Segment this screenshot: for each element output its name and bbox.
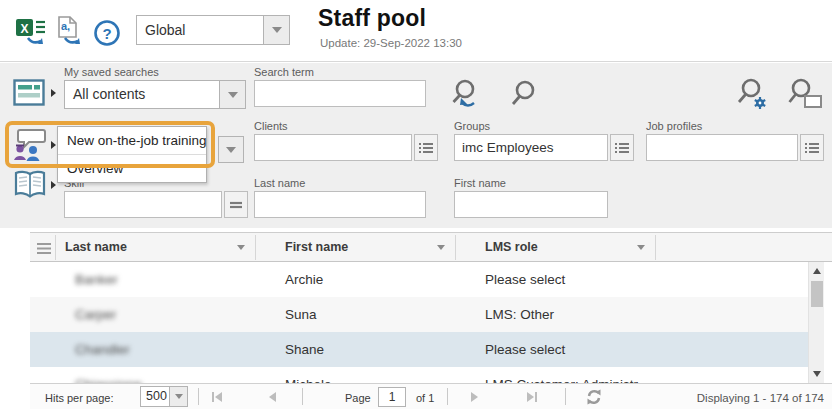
on-the-job-training-expand-arrow[interactable] [51, 141, 56, 149]
next-page-icon[interactable] [468, 390, 482, 408]
menu-item-overview[interactable]: Overview [58, 155, 206, 182]
page-title: Staff pool [318, 5, 426, 32]
cell-first-name: Suna [285, 297, 317, 332]
search-term-label: Search term [254, 66, 314, 78]
refresh-icon[interactable] [585, 388, 603, 409]
saved-searches-dropdown[interactable]: All contents [64, 80, 246, 109]
cell-last-name: Banker [75, 262, 118, 297]
svg-text:X: X [20, 22, 28, 36]
on-the-job-training-icon[interactable] [11, 127, 47, 167]
displaying-count: Displaying 1 - 174 of 174 [697, 392, 824, 404]
table-row-selected[interactable]: Chandler Shane Please select [30, 332, 808, 367]
column-header-lms-role[interactable]: LMS role [485, 233, 538, 261]
excel-export-icon[interactable]: X [15, 17, 51, 52]
vertical-scrollbar[interactable] [808, 262, 824, 383]
hits-per-page-arrow[interactable] [169, 387, 187, 406]
scroll-down-arrow-icon[interactable] [813, 371, 821, 377]
cell-last-name: Chandler [75, 332, 130, 367]
hits-per-page-dropdown[interactable]: 500 [140, 386, 188, 407]
job-profiles-input[interactable] [646, 134, 798, 161]
groups-input[interactable] [454, 134, 608, 161]
column-lms-role-sort-arrow[interactable] [637, 245, 645, 250]
table-header: Last name First name LMS role [30, 232, 832, 262]
cell-first-name: Shane [285, 332, 324, 367]
groups-picker-icon[interactable] [610, 134, 634, 161]
svg-text:?: ? [102, 25, 111, 42]
first-name-filter-label: First name [454, 177, 506, 189]
page-number-input[interactable] [378, 387, 406, 407]
clients-picker-icon[interactable] [414, 134, 438, 161]
reset-search-icon[interactable] [450, 77, 490, 117]
cell-lms-role: Please select [485, 262, 565, 297]
saved-searches-arrow[interactable] [219, 81, 245, 108]
search-settings-icon[interactable] [734, 77, 774, 117]
update-timestamp: Update: 29-Sep-2022 13:30 [320, 37, 462, 49]
skill-picker-icon[interactable] [224, 191, 248, 218]
hits-per-page-value: 500 [141, 387, 169, 406]
saved-search-panel-icon[interactable] [13, 79, 46, 111]
table-row[interactable]: Carper Suna LMS: Other [30, 297, 808, 332]
clients-input[interactable] [254, 134, 412, 161]
groups-label: Groups [454, 120, 490, 132]
first-page-icon[interactable] [210, 390, 224, 408]
first-name-input[interactable] [454, 191, 608, 218]
previous-page-icon[interactable] [265, 390, 279, 408]
cell-lms-role: LMS: Other [485, 297, 554, 332]
job-profiles-label: Job profiles [646, 120, 702, 132]
column-header-last-name[interactable]: Last name [65, 233, 127, 261]
catalogue-book-icon[interactable] [13, 170, 47, 204]
table-row[interactable]: Banker Archie Please select [30, 262, 808, 297]
saved-searches-label: My saved searches [64, 66, 159, 78]
cell-first-name: Archie [285, 262, 323, 297]
menu-item-new-on-the-job-training[interactable]: New on-the-job training [58, 127, 206, 154]
scope-dropdown[interactable]: Global [136, 15, 290, 45]
page-label: Page [345, 392, 371, 404]
scroll-up-arrow-icon[interactable] [813, 268, 821, 274]
covered-dropdown-arrow[interactable] [218, 136, 244, 163]
saved-search-expand-arrow[interactable] [51, 89, 56, 97]
page-of-label: of 1 [416, 392, 434, 404]
cell-last-name: Carper [75, 297, 116, 332]
on-the-job-training-menu: New on-the-job training Overview [57, 126, 207, 183]
last-name-input[interactable] [254, 191, 426, 218]
search-icon[interactable] [508, 79, 542, 115]
hits-per-page-label: Hits per page: [45, 392, 113, 404]
table-body: Banker Archie Please select Carper Suna … [30, 262, 808, 383]
search-profile-icon[interactable] [786, 77, 826, 117]
clients-label: Clients [254, 120, 288, 132]
help-icon[interactable]: ? [93, 19, 121, 51]
job-profiles-picker-icon[interactable] [800, 134, 824, 161]
last-page-icon[interactable] [525, 390, 539, 408]
svg-text:a,: a, [61, 20, 70, 32]
search-term-input[interactable] [254, 80, 426, 107]
column-first-name-sort-arrow[interactable] [437, 245, 445, 250]
scrollbar-thumb[interactable] [811, 281, 823, 307]
catalogue-expand-arrow[interactable] [51, 181, 56, 189]
skill-input[interactable] [64, 191, 222, 218]
saved-searches-value: All contents [65, 81, 219, 108]
last-name-filter-label: Last name [254, 177, 305, 189]
cell-lms-role: LMS Customer: Administr [485, 367, 638, 383]
csv-export-icon[interactable]: a, [55, 16, 87, 52]
cell-lms-role: Please select [485, 332, 565, 367]
scope-dropdown-arrow[interactable] [263, 16, 289, 44]
pagination-bar: Hits per page: 500 Page of 1 Displaying … [30, 383, 832, 409]
scope-dropdown-value: Global [137, 16, 263, 44]
cell-last-name: Chiassione [75, 367, 142, 383]
column-last-name-sort-arrow[interactable] [237, 245, 245, 250]
cell-first-name: Michele [285, 367, 332, 383]
table-row[interactable]: Chiassione Michele LMS Customer: Adminis… [30, 367, 808, 383]
column-menu-icon[interactable] [37, 241, 51, 259]
column-header-first-name[interactable]: First name [285, 233, 348, 261]
